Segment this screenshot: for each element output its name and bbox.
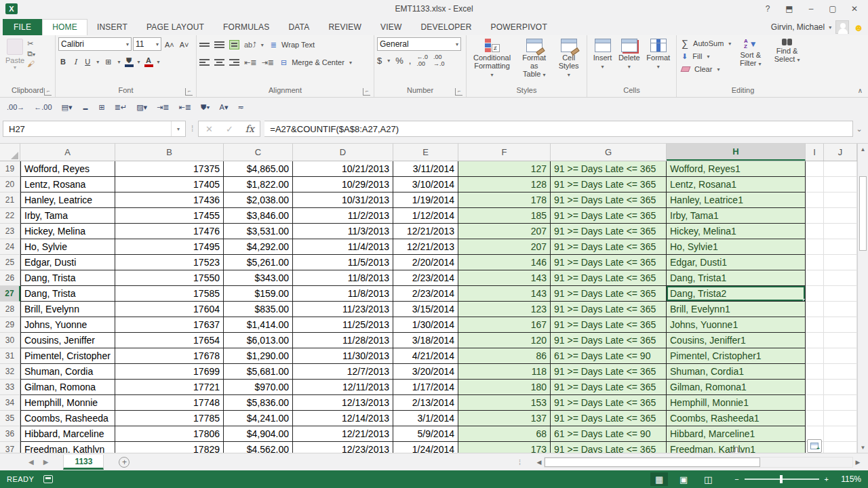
cell-styles-icon[interactable]: ▨▾: [136, 103, 147, 112]
cut-icon[interactable]: ✂: [27, 39, 35, 48]
horizontal-scrollbar[interactable]: [544, 457, 853, 468]
cell-B29[interactable]: 17637: [115, 317, 224, 333]
cell-F33[interactable]: 180: [458, 380, 551, 395]
borders-icon[interactable]: ⊞: [103, 54, 113, 69]
cell-F30[interactable]: 120: [458, 333, 551, 348]
cell-H27[interactable]: Dang, Trista2: [667, 286, 806, 302]
underline-button[interactable]: U: [83, 54, 92, 69]
orientation-icon[interactable]: ab⤴: [244, 41, 256, 49]
paste-button[interactable]: Paste▾: [3, 37, 27, 85]
zoom-slider-thumb[interactable]: [780, 475, 783, 483]
account-user[interactable]: Girvin, Michael: [771, 22, 825, 32]
cell-F34[interactable]: 153: [458, 395, 551, 411]
ribbon-tab-data[interactable]: DATA: [279, 20, 319, 35]
cell-B22[interactable]: 17455: [115, 208, 224, 224]
vertical-scrollbar-thumb[interactable]: [859, 176, 867, 251]
cell-I34[interactable]: [806, 395, 824, 411]
cell-G20[interactable]: 91 >= Days Late <= 365: [551, 177, 667, 192]
cell-H30[interactable]: Cousins, Jeniffer1: [667, 333, 806, 348]
clipboard-launcher-icon[interactable]: ⌐: [44, 88, 52, 96]
cell-D24[interactable]: 11/4/2013: [293, 239, 393, 255]
zoom-level[interactable]: 115%: [835, 474, 861, 484]
sheet-tab-1133[interactable]: 1133: [63, 455, 104, 470]
cell-A33[interactable]: Gilman, Romona: [20, 380, 115, 395]
cell-D34[interactable]: 12/13/2013: [293, 395, 393, 411]
cell-F26[interactable]: 143: [458, 270, 551, 286]
cell-H26[interactable]: Dang, Trista1: [667, 270, 806, 286]
minimize-icon[interactable]: –: [802, 2, 821, 16]
cell-F21[interactable]: 178: [458, 192, 551, 208]
select-all-corner[interactable]: [0, 144, 20, 161]
expand-formula-bar-icon[interactable]: ⌄: [853, 125, 865, 134]
cell-C25[interactable]: $5,261.00: [224, 255, 293, 270]
row-header-32[interactable]: 32: [0, 364, 20, 380]
cell-J24[interactable]: [824, 239, 857, 255]
cell-E37[interactable]: 1/24/2014: [393, 442, 458, 453]
wrap-text-icon[interactable]: ≣↵: [115, 103, 127, 112]
sheet-nav-prev-icon[interactable]: ◀: [28, 458, 34, 466]
row-header-34[interactable]: 34: [0, 395, 20, 411]
cell-B25[interactable]: 17523: [115, 255, 224, 270]
more-commands-icon[interactable]: ≂: [237, 103, 243, 112]
cell-G27[interactable]: 91 >= Days Late <= 365: [551, 286, 667, 302]
cell-F37[interactable]: 173: [458, 442, 551, 453]
cell-J20[interactable]: [824, 177, 857, 192]
cell-I32[interactable]: [806, 364, 824, 380]
cell-F20[interactable]: 128: [458, 177, 551, 192]
row-header-35[interactable]: 35: [0, 411, 20, 426]
scroll-down-icon[interactable]: ▼: [858, 442, 868, 453]
find-select-button[interactable]: Find &Select ▾: [772, 37, 803, 85]
cell-B34[interactable]: 17748: [115, 395, 224, 411]
cell-D25[interactable]: 11/5/2013: [293, 255, 393, 270]
merge-center-button[interactable]: ⊟ Merge & Center ▾: [279, 55, 354, 70]
ribbon-tab-formulas[interactable]: FORMULAS: [214, 20, 279, 35]
cell-J35[interactable]: [824, 411, 857, 426]
cell-styles-button[interactable]: CellStyles ▾: [553, 37, 584, 85]
account-dropdown-icon[interactable]: ▾: [829, 24, 831, 30]
cell-D33[interactable]: 12/11/2013: [293, 380, 393, 395]
cell-G33[interactable]: 91 >= Days Late <= 365: [551, 380, 667, 395]
ribbon-tab-file[interactable]: FILE: [3, 19, 42, 35]
cell-C30[interactable]: $6,013.00: [224, 333, 293, 348]
zoom-slider[interactable]: [745, 479, 819, 480]
cell-B36[interactable]: 17806: [115, 426, 224, 442]
column-header-I[interactable]: I: [806, 144, 824, 161]
font-launcher-icon[interactable]: ⌐: [185, 88, 193, 96]
cell-I35[interactable]: [806, 411, 824, 426]
cell-J37[interactable]: [824, 442, 857, 453]
cell-E25[interactable]: 2/20/2014: [393, 255, 458, 270]
cell-D35[interactable]: 12/14/2013: [293, 411, 393, 426]
cell-J27[interactable]: [824, 286, 857, 302]
cell-I22[interactable]: [806, 208, 824, 224]
delete-cells-button[interactable]: Delete▾: [616, 37, 643, 85]
sort-filter-button[interactable]: AZ▼ Sort &Filter ▾: [737, 37, 764, 85]
ribbon-tab-review[interactable]: REVIEW: [319, 20, 371, 35]
comma-style-icon[interactable]: ,: [409, 56, 412, 66]
cell-H24[interactable]: Ho, Sylvie1: [667, 239, 806, 255]
cell-J22[interactable]: [824, 208, 857, 224]
cell-D20[interactable]: 10/29/2013: [293, 177, 393, 192]
cell-C35[interactable]: $4,241.00: [224, 411, 293, 426]
cell-A28[interactable]: Brill, Evelynn: [20, 302, 115, 317]
zoom-in-icon[interactable]: +: [825, 475, 829, 483]
page-break-view-icon[interactable]: ◫: [699, 472, 717, 486]
cell-F32[interactable]: 118: [458, 364, 551, 380]
cell-E36[interactable]: 5/9/2014: [393, 426, 458, 442]
cell-F35[interactable]: 137: [458, 411, 551, 426]
increase-decimal-icon[interactable]: ←.00: [34, 103, 52, 111]
ribbon-tab-home[interactable]: HOME: [42, 19, 87, 35]
cell-B24[interactable]: 17495: [115, 239, 224, 255]
cell-D29[interactable]: 11/25/2013: [293, 317, 393, 333]
copy-icon[interactable]: ⧉▾: [27, 49, 35, 58]
middle-align-icon[interactable]: [214, 40, 224, 49]
cell-A23[interactable]: Hickey, Melina: [20, 224, 115, 239]
cell-C26[interactable]: $343.00: [224, 270, 293, 286]
feedback-smiley-icon[interactable]: ☻: [853, 22, 864, 33]
cell-B33[interactable]: 17721: [115, 380, 224, 395]
cell-G30[interactable]: 91 >= Days Late <= 365: [551, 333, 667, 348]
cell-E32[interactable]: 3/20/2014: [393, 364, 458, 380]
cell-A19[interactable]: Wofford, Reyes: [20, 161, 115, 177]
cell-D27[interactable]: 11/8/2013: [293, 286, 393, 302]
cell-J34[interactable]: [824, 395, 857, 411]
cell-E24[interactable]: 12/21/2013: [393, 239, 458, 255]
